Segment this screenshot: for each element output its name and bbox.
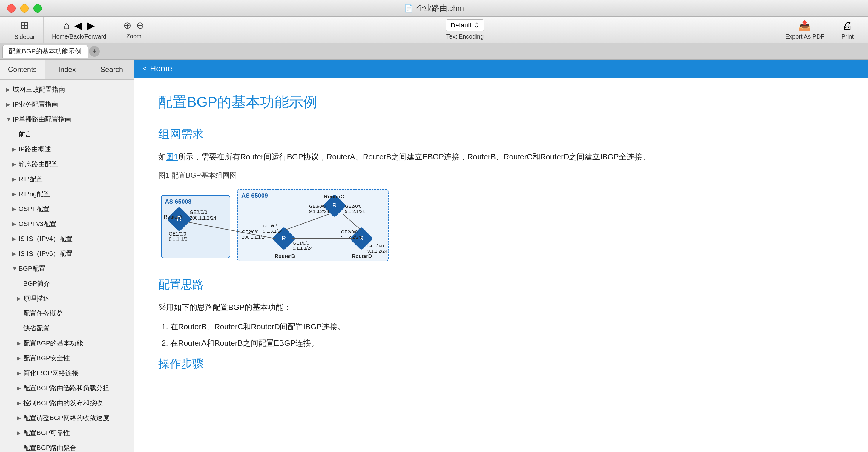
zoom-out-icon[interactable]: ⊖: [136, 20, 144, 31]
tree-item[interactable]: ▶配置调整BGP网络的收敛速度: [0, 411, 134, 425]
zoom-group[interactable]: ⊕ ⊖ Zoom: [115, 17, 153, 43]
config-steps-list: 在RouterB、RouterC和RouterD间配置IBGP连接。 在Rout…: [158, 320, 844, 350]
encoding-select[interactable]: Default ⇕: [446, 20, 485, 31]
home-back-forward-label: Home/Back/Forward: [52, 33, 106, 40]
tree-item-label: RIP配置: [19, 175, 130, 184]
print-label: Print: [841, 33, 854, 40]
tab-bgp-example[interactable]: 配置BGP的基本功能示例: [2, 45, 88, 58]
tree-item[interactable]: ▶OSPFv3配置: [0, 217, 134, 231]
svg-rect-9: [238, 189, 388, 261]
tree-item[interactable]: 配置BGP路由聚合: [0, 440, 134, 452]
minimize-button[interactable]: [20, 4, 29, 12]
svg-text:GE3/0/0: GE3/0/0: [263, 223, 279, 228]
forward-icon[interactable]: ▶: [87, 20, 95, 31]
tree-item[interactable]: ▶域网三败配置指南: [0, 82, 134, 97]
window-controls[interactable]: [7, 4, 42, 12]
tree-item-label: 原理描述: [23, 294, 130, 303]
svg-text:R: R: [282, 235, 286, 241]
svg-text:GE2/0/0: GE2/0/0: [190, 210, 207, 215]
svg-text:RouterA: RouterA: [164, 214, 183, 220]
tree-item[interactable]: ▶配置BGP安全性: [0, 351, 134, 366]
svg-text:9.1.2.1/24: 9.1.2.1/24: [345, 209, 365, 214]
svg-text:RouterD: RouterD: [352, 254, 372, 259]
sidebar-tree: ▶域网三败配置指南▶IP业务配置指南▼IP单播路由配置指南前言▶IP路由概述▶静…: [0, 80, 134, 452]
tree-item-label: 静态路由配置: [19, 160, 130, 169]
bgp-topology-svg: AS 65008 R RouterA GE2/0/0 200.1.1.2/24 …: [158, 186, 391, 264]
sidebar-icon: ⊞: [20, 19, 29, 32]
svg-text:GE1/0/0: GE1/0/0: [169, 231, 186, 236]
tree-item[interactable]: ▶IS-IS（IPv4）配置: [0, 231, 134, 246]
tree-item[interactable]: ▶配置BGP路由选路和负载分担: [0, 381, 134, 395]
index-tab-label: Index: [58, 65, 76, 73]
tree-item[interactable]: ▶配置BGP的基本功能: [0, 336, 134, 351]
tree-item[interactable]: ▶RIPng配置: [0, 187, 134, 201]
tree-item[interactable]: ▶IP路由概述: [0, 142, 134, 157]
tree-item[interactable]: 缺省配置: [0, 321, 134, 336]
tree-item[interactable]: ▶配置BGP可靠性: [0, 425, 134, 440]
tree-item[interactable]: ▼BGP配置: [0, 261, 134, 276]
svg-text:RouterC: RouterC: [324, 194, 344, 199]
back-icon[interactable]: ◀: [74, 20, 82, 31]
tree-arrow: ▶: [17, 295, 23, 302]
sidebar-tab-contents[interactable]: Contents: [0, 60, 45, 79]
sidebar-toggle[interactable]: ⊞ Sidebar: [6, 17, 43, 43]
svg-text:200.1.1.2/24: 200.1.1.2/24: [190, 216, 216, 221]
tree-item-label: 配置任务概览: [23, 309, 130, 318]
fig1-link[interactable]: 图1: [166, 152, 178, 161]
tree-item-label: 配置BGP的基本功能: [23, 339, 130, 348]
tree-item-label: 前言: [19, 130, 130, 139]
back-link[interactable]: < Home: [143, 64, 172, 73]
tree-arrow: ▼: [6, 117, 12, 123]
tree-item[interactable]: 配置任务概览: [0, 306, 134, 321]
sidebar-tab-index[interactable]: Index: [45, 60, 90, 79]
tabbar: 配置BGP的基本功能示例 +: [0, 43, 868, 60]
back-bar: < Home: [134, 60, 868, 77]
svg-text:AS 65009: AS 65009: [241, 192, 268, 199]
print-icon: 🖨: [842, 20, 852, 31]
tree-item-label: 缺省配置: [23, 324, 130, 333]
step-2: 在RouterA和RouterB之间配置EBGP连接。: [170, 336, 844, 350]
tree-item[interactable]: ▼IP单播路由配置指南: [0, 112, 134, 127]
svg-text:GE2/0/0: GE2/0/0: [345, 204, 362, 209]
tree-arrow: ▶: [17, 385, 23, 391]
section1-heading: 组网需求: [158, 127, 844, 142]
close-button[interactable]: [7, 4, 16, 12]
tree-item[interactable]: ▶IS-IS（IPv6）配置: [0, 246, 134, 261]
maximize-button[interactable]: [33, 4, 42, 12]
svg-text:GE1/0/0: GE1/0/0: [293, 240, 309, 246]
tree-arrow: ▼: [12, 266, 19, 272]
sidebar-tab-search[interactable]: Search: [89, 60, 134, 79]
chevron-icon: ⇕: [474, 22, 479, 29]
tree-item[interactable]: ▶原理描述: [0, 291, 134, 306]
tree-item[interactable]: ▶静态路由配置: [0, 157, 134, 172]
svg-text:GE1/0/0: GE1/0/0: [367, 243, 384, 248]
tree-item[interactable]: ▶OSPF配置: [0, 201, 134, 217]
svg-text:9.1.1.2/24: 9.1.1.2/24: [367, 248, 388, 254]
svg-text:200.1.1.1/24: 200.1.1.1/24: [242, 234, 267, 239]
svg-text:8.1.1.1/8: 8.1.1.1/8: [169, 237, 187, 242]
tree-item[interactable]: ▶简化IBGP网络连接: [0, 366, 134, 381]
new-tab-button[interactable]: +: [89, 46, 100, 57]
tree-item[interactable]: ▶控制BGP路由的发布和接收: [0, 395, 134, 411]
tree-item-label: IS-IS（IPv4）配置: [19, 234, 130, 243]
tree-item[interactable]: ▶RIP配置: [0, 172, 134, 187]
svg-text:RouterB: RouterB: [275, 254, 295, 259]
tree-arrow: ▶: [12, 251, 19, 257]
export-pdf-group[interactable]: 📤 Export As PDF: [777, 17, 833, 43]
tree-item-label: 配置调整BGP网络的收敛速度: [23, 414, 130, 422]
tree-item[interactable]: 前言: [0, 127, 134, 142]
tree-arrow: ▶: [17, 400, 23, 406]
home-icon[interactable]: ⌂: [64, 20, 70, 31]
encoding-label: Text Encoding: [446, 33, 484, 40]
encoding-group[interactable]: Default ⇕ Text Encoding: [153, 20, 777, 40]
document-icon: 📄: [404, 4, 413, 12]
tree-item[interactable]: ▶IP业务配置指南: [0, 97, 134, 112]
zoom-in-icon[interactable]: ⊕: [123, 20, 131, 31]
tree-arrow: ▶: [12, 235, 19, 242]
home-back-forward-group[interactable]: ⌂ ◀ ▶ Home/Back/Forward: [43, 17, 115, 43]
tree-item-label: 配置BGP安全性: [23, 354, 130, 363]
title-text: 企业路由.chm: [416, 3, 464, 13]
print-group[interactable]: 🖨 Print: [833, 17, 862, 43]
titlebar: 📄 企业路由.chm: [0, 0, 868, 17]
tree-item[interactable]: BGP简介: [0, 276, 134, 291]
